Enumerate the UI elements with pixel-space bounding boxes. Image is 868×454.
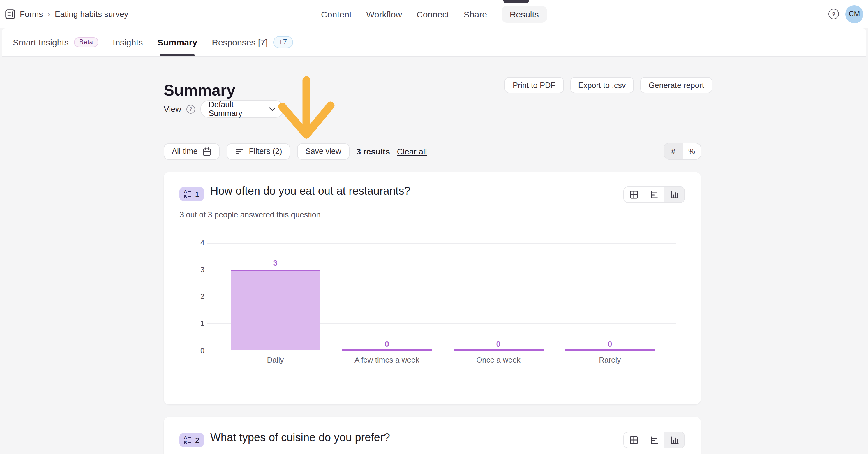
chart-type-toggle	[623, 186, 685, 203]
section-divider	[164, 129, 701, 129]
view-dropdown-value: Default Summary	[209, 100, 269, 118]
question-title: What types of cuisine do you prefer?	[210, 431, 390, 444]
results-count: 3 results	[356, 147, 390, 156]
vertical-bar-view-button[interactable]	[664, 187, 684, 202]
help-icon[interactable]: ?	[828, 9, 839, 19]
multiple-choice-icon: A B	[184, 435, 191, 445]
filter-bar: All time Filters (2) Save view 3 results…	[164, 143, 427, 160]
table-icon	[629, 435, 639, 445]
export-csv-button[interactable]: Export to .csv	[570, 77, 634, 93]
table-view-button[interactable]	[624, 187, 644, 202]
breadcrumb: Forms › Eating habits survey	[5, 0, 128, 28]
x-axis-category-label: Daily	[223, 356, 328, 364]
view-dropdown[interactable]: Default Summary	[200, 100, 284, 118]
y-axis-tick: 3	[181, 265, 205, 274]
question-number: 2	[195, 436, 199, 444]
bar-a-few-times-a-week[interactable]	[342, 349, 432, 351]
tab-responses[interactable]: Responses [7] +7	[212, 28, 293, 56]
filters-label: Filters (2)	[249, 147, 282, 156]
question-card-1: A B 1 How often do you eat out at restau…	[164, 172, 701, 404]
x-axis-category-label: Once a week	[446, 356, 551, 364]
bar-value-label: 0	[481, 339, 516, 349]
chevron-down-icon	[269, 107, 276, 111]
bar-once-a-week[interactable]	[454, 349, 543, 351]
beta-badge: Beta	[74, 37, 98, 47]
table-icon	[629, 190, 639, 199]
breadcrumb-separator-icon: ›	[48, 10, 50, 18]
page-title: Summary	[164, 82, 235, 100]
top-right-controls: ? CM	[828, 0, 863, 28]
count-toggle-number[interactable]: #	[664, 143, 682, 159]
tab-insights[interactable]: Insights	[113, 28, 143, 56]
vertical-bar-chart-icon	[670, 190, 679, 199]
summary-content: Summary Print to PDF Export to .csv Gene…	[0, 57, 868, 454]
summary-actions: Print to PDF Export to .csv Generate rep…	[504, 77, 712, 93]
horizontal-bar-chart-icon	[650, 190, 659, 199]
count-percent-toggle: # %	[663, 143, 702, 160]
breadcrumb-current: Eating habits survey	[55, 9, 128, 19]
table-view-button[interactable]	[624, 432, 644, 448]
bar-daily[interactable]	[230, 270, 320, 351]
tab-label: Responses [7]	[212, 37, 268, 47]
bar-value-label: 0	[369, 339, 404, 349]
bar-value-label: 0	[592, 339, 627, 349]
tab-label: Smart Insights	[13, 37, 69, 47]
results-tab-bar: Smart Insights Beta Insights Summary Res…	[2, 28, 866, 57]
gridline	[207, 351, 676, 351]
view-help-icon[interactable]: ?	[186, 104, 195, 113]
breadcrumb-root[interactable]: Forms	[20, 9, 43, 19]
nav-item-results[interactable]: Results	[502, 5, 547, 23]
y-axis-tick: 1	[181, 319, 205, 328]
nav-item-workflow[interactable]: Workflow	[366, 9, 402, 19]
y-axis-tick: 4	[181, 238, 205, 247]
more-responses-badge[interactable]: +7	[273, 36, 293, 48]
avatar[interactable]: CM	[845, 5, 863, 23]
filter-icon	[235, 147, 244, 156]
nav-item-content[interactable]: Content	[321, 9, 351, 19]
horizontal-bar-view-button[interactable]	[644, 432, 664, 448]
tab-summary[interactable]: Summary	[158, 28, 197, 56]
nav-item-connect[interactable]: Connect	[416, 9, 449, 19]
chart-type-toggle	[623, 432, 685, 448]
calendar-icon	[203, 147, 212, 156]
view-selector-row: View ? Default Summary	[164, 100, 284, 118]
question-title: How often do you eat out at restaurants?	[210, 185, 410, 198]
top-bar: Forms › Eating habits survey Content Wor…	[0, 0, 868, 28]
bar-rarely[interactable]	[565, 349, 655, 351]
horizontal-bar-view-button[interactable]	[644, 187, 664, 202]
y-axis-tick: 2	[181, 292, 205, 301]
multiple-choice-icon: A B	[184, 189, 191, 199]
x-axis-category-label: A few times a week	[334, 356, 439, 364]
question-number-badge: A B 1	[179, 187, 204, 201]
generate-report-button[interactable]: Generate report	[641, 77, 712, 93]
horizontal-bar-chart-icon	[650, 435, 659, 445]
count-toggle-percent[interactable]: %	[682, 143, 701, 159]
filters-button[interactable]: Filters (2)	[227, 143, 290, 159]
question-number-badge: A B 2	[179, 433, 204, 447]
nav-item-share[interactable]: Share	[464, 9, 487, 19]
forms-logo-icon[interactable]	[5, 9, 15, 19]
view-label: View	[164, 104, 181, 114]
print-to-pdf-button[interactable]: Print to PDF	[504, 77, 564, 93]
answered-count-text: 3 out of 3 people answered this question…	[179, 210, 323, 219]
main-nav: Content Workflow Connect Share Results	[321, 0, 547, 28]
date-range-label: All time	[172, 147, 198, 156]
y-axis-tick: 0	[181, 346, 205, 355]
tab-smart-insights[interactable]: Smart Insights Beta	[13, 28, 98, 56]
clear-all-link[interactable]: Clear all	[397, 147, 427, 156]
vertical-bar-view-button[interactable]	[664, 432, 684, 448]
date-range-button[interactable]: All time	[164, 143, 220, 159]
vertical-bar-chart-icon	[670, 435, 679, 445]
save-view-button[interactable]: Save view	[298, 143, 349, 159]
app-root: Forms › Eating habits survey Content Wor…	[0, 0, 868, 454]
bar-value-label: 3	[258, 259, 293, 268]
tab-label: Insights	[113, 37, 143, 47]
tab-label: Summary	[158, 37, 197, 47]
question-card-2: A B 2 What types of cuisine do you prefe…	[164, 417, 701, 454]
question-number: 1	[195, 190, 199, 199]
x-axis-category-label: Rarely	[558, 356, 662, 364]
gridline	[207, 243, 676, 243]
